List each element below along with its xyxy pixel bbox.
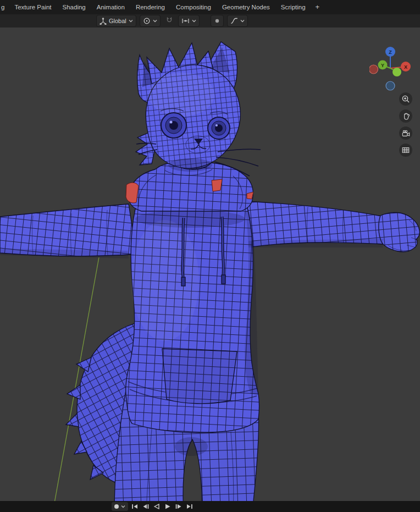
tab-texture-paint[interactable]: Texture Paint: [9, 0, 57, 14]
proportional-falloff-dropdown[interactable]: [227, 15, 248, 27]
gizmo-axis-z-negative[interactable]: [386, 81, 395, 90]
magnet-snap-icon: [165, 16, 173, 26]
scene-canvas: [0, 27, 420, 501]
jump-to-end-button[interactable]: [185, 502, 194, 511]
chevron-down-icon: [192, 19, 196, 23]
character-model[interactable]: [0, 42, 419, 501]
pan-button[interactable]: [399, 109, 412, 123]
gizmo-z-label: Z: [389, 49, 392, 55]
next-frame-icon: [175, 503, 183, 510]
grid-view-icon: [401, 146, 410, 155]
snap-with-dropdown[interactable]: [178, 15, 200, 27]
play-reverse-icon: [153, 503, 161, 510]
timeline-bar: [0, 501, 420, 512]
viewport-nav-buttons: [399, 92, 412, 157]
workspace-tab-bar: g Texture Paint Shading Animation Render…: [0, 0, 420, 14]
snap-target-icon: [143, 17, 151, 25]
play-button[interactable]: [163, 502, 172, 511]
magnet-snap-toggle[interactable]: [164, 15, 175, 26]
character-left-eye: [161, 113, 186, 138]
gizmo-axis-y-negative[interactable]: [393, 68, 401, 76]
previous-frame-icon: [142, 503, 150, 510]
proportional-editing-icon: [214, 18, 220, 24]
camera-view-icon: [401, 129, 411, 137]
chevron-down-icon: [121, 505, 125, 508]
3d-viewport[interactable]: Z Y X: [0, 27, 420, 501]
play-reverse-button[interactable]: [152, 502, 161, 511]
tab-shading[interactable]: Shading: [57, 0, 91, 14]
proportional-falloff-icon: [230, 18, 238, 24]
tab-scripting[interactable]: Scripting: [275, 0, 311, 14]
gizmo-y-label: Y: [381, 63, 384, 68]
zoom-button[interactable]: [399, 92, 412, 106]
previous-frame-button[interactable]: [141, 502, 150, 511]
tab-compositing[interactable]: Compositing: [170, 0, 217, 14]
next-frame-button[interactable]: [174, 502, 183, 511]
transform-orientation-dropdown[interactable]: Global: [96, 15, 136, 27]
tab-geometry-nodes[interactable]: Geometry Nodes: [217, 0, 275, 14]
gizmo-x-label: X: [404, 64, 407, 70]
transform-orientation-value: Global: [109, 18, 126, 24]
character-torso: [126, 208, 259, 433]
proportional-editing-toggle[interactable]: [211, 15, 224, 27]
chevron-down-icon: [240, 19, 245, 23]
snap-increment-icon: [181, 18, 190, 24]
chevron-down-icon: [129, 19, 133, 23]
view-orientation-gizmo[interactable]: Z Y X: [369, 46, 413, 92]
blender-window: g Texture Paint Shading Animation Render…: [0, 0, 420, 512]
zoom-icon: [401, 95, 410, 103]
snap-target-dropdown[interactable]: [140, 15, 161, 27]
tab-animation[interactable]: Animation: [91, 0, 130, 14]
camera-view-button[interactable]: [399, 126, 412, 140]
gizmo-axis-x-positive[interactable]: X: [401, 62, 411, 71]
tab-rendering[interactable]: Rendering: [130, 0, 170, 14]
character-head: [136, 42, 240, 172]
transform-orientation-icon: [100, 18, 107, 25]
gizmo-axis-x-negative[interactable]: [369, 65, 378, 74]
pan-hand-icon: [401, 112, 410, 120]
jump-to-end-icon: [186, 503, 194, 510]
jump-to-start-button[interactable]: [130, 502, 139, 511]
character-left-arm: [0, 204, 136, 256]
viewport-header: Global: [0, 14, 420, 27]
jump-to-start-icon: [131, 503, 139, 510]
chevron-down-icon: [153, 19, 157, 23]
gizmo-axis-y-positive[interactable]: Y: [378, 60, 388, 70]
auto-keying-dropdown[interactable]: [112, 502, 128, 511]
character-right-eye: [208, 117, 230, 139]
record-circle-icon: [114, 504, 119, 509]
tab-clipped[interactable]: g: [0, 0, 9, 14]
gizmo-axis-z-positive[interactable]: Z: [385, 47, 395, 57]
add-workspace-button[interactable]: +: [311, 0, 324, 14]
grid-view-button[interactable]: [399, 144, 412, 157]
play-icon: [164, 503, 172, 510]
